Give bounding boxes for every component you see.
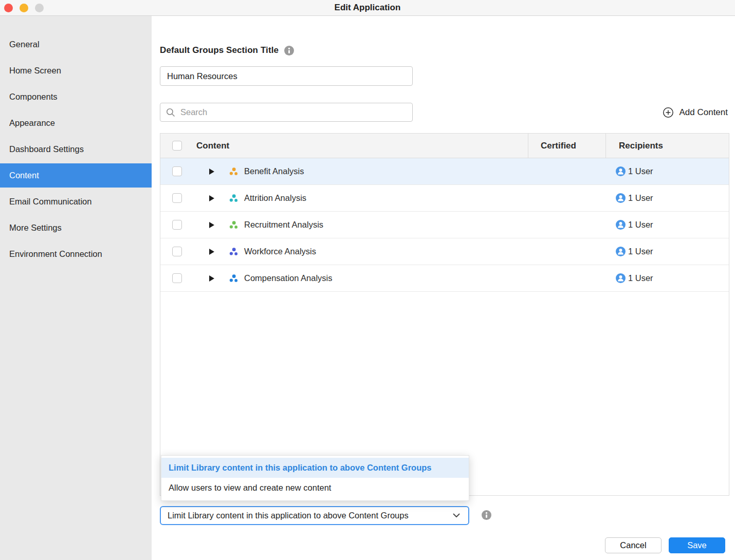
user-icon [616,220,626,230]
sidebar-item-email-communication[interactable]: Email Communication [0,189,152,215]
sidebar-item-content[interactable]: Content [0,163,152,188]
content-group-icon [229,167,239,176]
expand-caret-icon[interactable] [209,195,214,201]
content-name: Compensation Analysis [244,273,333,283]
sidebar-item-general[interactable]: General [0,31,152,58]
sidebar-item-more-settings[interactable]: More Settings [0,215,152,241]
recipients-cell[interactable]: 1 User [605,265,729,291]
add-content-label: Add Content [679,107,728,118]
certified-cell [528,158,605,184]
column-header-content: Content [196,141,229,151]
expand-caret-icon[interactable] [209,222,214,228]
table-row[interactable]: Workforce Analysis 1 User [160,238,729,265]
cancel-button[interactable]: Cancel [605,537,662,553]
table-row[interactable]: Recruitment Analysis 1 User [160,212,729,238]
recipients-count: 1 User [628,193,653,203]
search-input[interactable] [180,107,407,117]
content-group-icon [229,247,239,256]
column-header-certified: Certified [528,134,605,158]
user-icon [616,193,626,203]
window-controls [4,4,44,12]
expand-caret-icon[interactable] [209,169,214,175]
row-checkbox[interactable] [172,220,182,230]
user-icon [616,273,626,283]
recipients-count: 1 User [628,166,653,176]
window-title: Edit Application [0,3,735,13]
column-header-recipients: Recipients [605,134,729,158]
recipients-cell[interactable]: 1 User [605,158,729,184]
dropdown-option-allow-users[interactable]: Allow users to view and create new conte… [161,478,469,498]
edit-application-dialog: Edit Application General Home Screen Com… [0,0,735,560]
table-header-row: Content Certified Recipients [160,134,729,158]
row-checkbox[interactable] [172,247,182,256]
expand-caret-icon[interactable] [209,275,214,282]
content-group-icon [229,274,239,283]
dialog-footer: Cancel Save [605,537,725,553]
table-row[interactable]: Compensation Analysis 1 User [160,265,729,292]
recipients-count: 1 User [628,220,653,230]
plus-circle-icon [663,107,674,118]
select-all-checkbox[interactable] [172,141,182,151]
expand-caret-icon[interactable] [209,249,214,255]
row-checkbox[interactable] [172,166,182,176]
content-name: Benefit Analysis [244,166,304,176]
title-bar: Edit Application [0,0,735,16]
sidebar-item-environment-connection[interactable]: Environment Connection [0,241,152,267]
recipients-cell[interactable]: 1 User [605,238,729,265]
recipients-cell[interactable]: 1 User [605,212,729,238]
certified-cell [528,212,605,238]
certified-cell [528,238,605,265]
dropdown-options-popup: Limit Library content in this applicatio… [161,455,469,501]
select-value: Limit Library content in this applicatio… [168,511,409,520]
save-button[interactable]: Save [669,537,725,553]
row-checkbox[interactable] [172,273,182,283]
content-name: Workforce Analysis [244,247,316,256]
content-table: Content Certified Recipients Benefit Ana… [160,133,729,496]
info-icon[interactable] [284,46,294,55]
settings-sidebar: General Home Screen Components Appearanc… [0,16,152,560]
recipients-count: 1 User [628,273,653,283]
section-title-label: Default Groups Section Title [160,45,279,55]
sidebar-item-appearance[interactable]: Appearance [0,110,152,136]
sidebar-item-dashboard-settings[interactable]: Dashboard Settings [0,136,152,162]
table-row[interactable]: Benefit Analysis 1 User [160,158,729,185]
table-row[interactable]: Attrition Analysis 1 User [160,185,729,212]
chevron-down-icon [453,513,460,518]
add-content-button[interactable]: Add Content [663,107,728,118]
recipients-count: 1 User [628,247,653,256]
maximize-window-icon [35,4,44,12]
row-checkbox[interactable] [172,193,182,203]
content-group-icon [229,194,239,203]
certified-cell [528,265,605,291]
certified-cell [528,185,605,211]
content-group-icon [229,220,239,230]
content-name: Recruitment Analysis [244,220,323,230]
minimize-window-icon[interactable] [20,4,28,12]
recipients-cell[interactable]: 1 User [605,185,729,211]
dropdown-option-limit-library[interactable]: Limit Library content in this applicatio… [161,458,469,478]
sidebar-item-home-screen[interactable]: Home Screen [0,58,152,84]
user-icon [616,247,626,256]
search-icon [166,107,176,118]
content-name: Attrition Analysis [244,193,306,203]
search-input-container [160,103,413,122]
sidebar-item-components[interactable]: Components [0,84,152,110]
content-access-select[interactable]: Limit Library content in this applicatio… [160,506,469,525]
info-icon[interactable] [482,510,491,520]
user-icon [616,166,626,176]
close-window-icon[interactable] [4,4,13,12]
section-title-input[interactable] [160,66,413,86]
